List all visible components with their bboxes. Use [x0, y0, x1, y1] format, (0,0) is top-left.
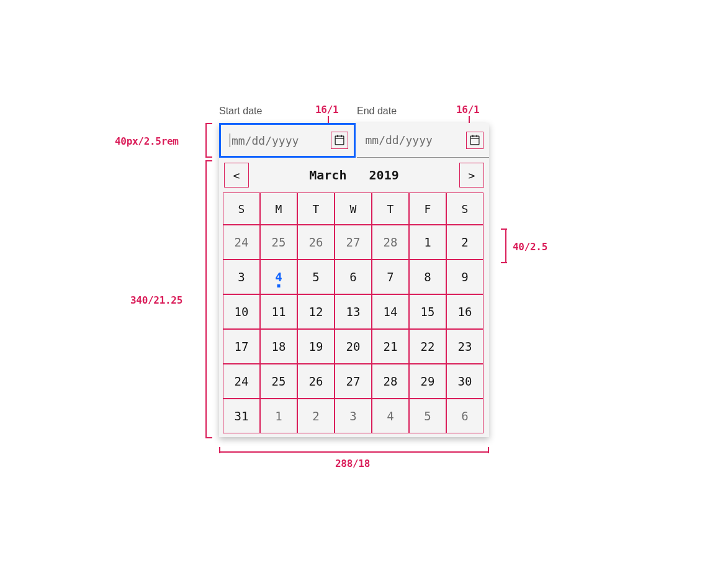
calendar-day-other-month[interactable]: 2	[297, 399, 335, 433]
calendar-day[interactable]: 2	[446, 225, 483, 260]
calendar-day[interactable]: 18	[260, 329, 297, 364]
calendar-week-row: 24252627282930	[223, 364, 485, 399]
calendar-day[interactable]: 17	[223, 329, 260, 364]
spec-icon-size-start: 16/1	[315, 104, 338, 115]
calendar-day[interactable]: 13	[335, 294, 372, 329]
weekday-cell: S	[223, 192, 260, 225]
spec-row-height: 40/2.5	[513, 241, 547, 253]
start-date-input[interactable]: mm/dd/yyyy	[219, 123, 356, 158]
spec-bracket-input-height	[205, 123, 207, 158]
calendar-day-other-month[interactable]: 24	[223, 225, 260, 260]
weekday-cell: M	[260, 192, 297, 225]
spec-icon-size-end: 16/1	[456, 104, 479, 115]
date-inputs-row: mm/dd/yyyy mm/dd/yyyy	[219, 123, 489, 158]
calendar-header: < March 2019 >	[219, 158, 489, 192]
spec-bracket-panel-height	[205, 160, 207, 438]
start-date-label: Start date	[219, 106, 262, 117]
end-date-placeholder: mm/dd/yyyy	[366, 133, 433, 147]
calendar-day-other-month[interactable]: 25	[260, 225, 297, 260]
calendar-day[interactable]: 24	[223, 364, 260, 399]
calendar-day[interactable]: 27	[335, 364, 372, 399]
weekday-row: SMTWTFS	[223, 192, 485, 225]
calendar-day[interactable]: 23	[446, 329, 483, 364]
end-date-label: End date	[357, 106, 397, 117]
calendar-grid: SMTWTFS 24252627281234567891011121314151…	[219, 192, 489, 437]
spec-canvas: Start date End date 16/1 16/1 40px/2.5re…	[0, 0, 715, 588]
calendar-day[interactable]: 25	[260, 364, 297, 399]
calendar-day[interactable]: 28	[372, 364, 409, 399]
calendar-day[interactable]: 31	[223, 399, 260, 433]
calendar-week-row: 242526272812	[223, 225, 485, 260]
calendar-icon[interactable]	[468, 133, 482, 147]
calendar-day-other-month[interactable]: 1	[260, 399, 297, 433]
start-date-placeholder: mm/dd/yyyy	[232, 134, 299, 147]
calendar-day[interactable]: 14	[372, 294, 409, 329]
spec-panel-width: 288/18	[335, 458, 370, 469]
calendar-week-row: 17181920212223	[223, 329, 485, 364]
weekday-cell: T	[297, 192, 335, 225]
spec-bracket-row-height	[505, 228, 506, 263]
calendar-day[interactable]: 3	[223, 260, 260, 294]
end-date-input[interactable]: mm/dd/yyyy	[357, 123, 490, 158]
year-label: 2019	[369, 168, 399, 183]
calendar-day[interactable]: 21	[372, 329, 409, 364]
calendar-day[interactable]: 7	[372, 260, 409, 294]
calendar-day[interactable]: 30	[446, 364, 483, 399]
spec-outline	[331, 132, 348, 149]
calendar-day[interactable]: 6	[335, 260, 372, 294]
calendar-day-other-month[interactable]: 26	[297, 225, 335, 260]
calendar-week-row: 31123456	[223, 399, 485, 433]
calendar-week-row: 10111213141516	[223, 294, 485, 329]
calendar-day-other-month[interactable]: 5	[409, 399, 446, 433]
next-month-button[interactable]: >	[459, 163, 484, 188]
calendar-day[interactable]: 19	[297, 329, 335, 364]
calendar-day[interactable]: 20	[335, 329, 372, 364]
month-label: March	[309, 168, 346, 183]
calendar-day-other-month[interactable]: 6	[446, 399, 483, 433]
calendar-day[interactable]: 26	[297, 364, 335, 399]
weekday-cell: F	[409, 192, 446, 225]
calendar-day[interactable]: 22	[409, 329, 446, 364]
text-caret	[230, 133, 230, 147]
calendar-day[interactable]: 15	[409, 294, 446, 329]
spec-outline	[466, 132, 483, 149]
calendar-day-other-month[interactable]: 4	[372, 399, 409, 433]
spec-input-height: 40px/2.5rem	[115, 135, 179, 147]
weekday-cell: T	[372, 192, 409, 225]
calendar-day[interactable]: 10	[223, 294, 260, 329]
calendar-day[interactable]: 5	[297, 260, 335, 294]
prev-month-button[interactable]: <	[224, 163, 249, 188]
calendar-day[interactable]: 11	[260, 294, 297, 329]
date-range-picker: mm/dd/yyyy mm/dd/yyyy < March 2019	[219, 123, 489, 437]
calendar-icon[interactable]	[333, 133, 346, 147]
calendar-day[interactable]: 9	[446, 260, 483, 294]
spec-bracket-panel-width	[219, 451, 489, 453]
calendar-day[interactable]: 12	[297, 294, 335, 329]
calendar-day-today[interactable]: 4	[260, 260, 297, 294]
weekday-cell: S	[446, 192, 483, 225]
calendar-day[interactable]: 16	[446, 294, 483, 329]
weekday-cell: W	[335, 192, 372, 225]
spec-panel-height: 340/21.25	[130, 294, 182, 306]
calendar-day-other-month[interactable]: 28	[372, 225, 409, 260]
calendar-day[interactable]: 1	[409, 225, 446, 260]
calendar-day[interactable]: 8	[409, 260, 446, 294]
month-year-label[interactable]: March 2019	[309, 168, 399, 183]
calendar-day[interactable]: 29	[409, 364, 446, 399]
calendar-day-other-month[interactable]: 27	[335, 225, 372, 260]
calendar-week-row: 3456789	[223, 260, 485, 294]
calendar-day-other-month[interactable]: 3	[335, 399, 372, 433]
